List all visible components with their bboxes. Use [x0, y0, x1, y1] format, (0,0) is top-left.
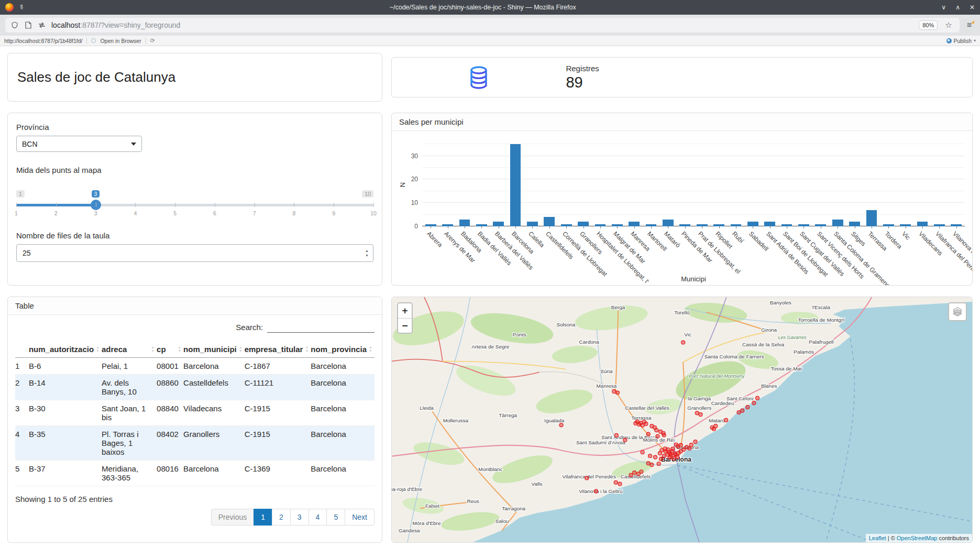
sale-marker[interactable] — [659, 457, 663, 461]
sale-marker[interactable] — [646, 432, 650, 436]
sort-icon[interactable]: ▲▼ — [151, 346, 155, 353]
sale-marker[interactable] — [654, 455, 657, 459]
osm-link[interactable]: OpenStreetMap — [897, 535, 938, 541]
sale-marker[interactable] — [662, 454, 666, 458]
menu-icon[interactable]: ≡ — [964, 20, 975, 30]
column-header-empresa_titular[interactable]: empresa_titular▲▼ — [245, 341, 311, 358]
rows-count-input[interactable] — [16, 244, 373, 262]
map-canvas[interactable]: BergaBanyolesTorellól'EscalaTorroella de… — [392, 297, 972, 542]
page-button-next[interactable]: Next — [345, 509, 375, 526]
sale-marker[interactable] — [646, 462, 650, 465]
sale-marker[interactable] — [688, 446, 691, 450]
sale-marker[interactable] — [689, 443, 693, 447]
address-bar[interactable]: localhost:8787/?view=shiny_foreground 80… — [5, 18, 960, 32]
page-button-4[interactable]: 4 — [309, 509, 327, 526]
sale-marker[interactable] — [614, 433, 618, 437]
sale-marker[interactable] — [657, 462, 660, 466]
maximize-button[interactable]: ∧ — [955, 4, 960, 11]
table-row[interactable]: 5B-37Meridiana, 363-36508016BarcelonaC-1… — [15, 461, 375, 486]
open-in-browser-button[interactable]: Open in Browser — [100, 38, 141, 44]
publish-button[interactable]: Publish — [954, 38, 972, 44]
table-row[interactable]: 2B-14Av. dels Banys, 1008860Castelldefel… — [15, 375, 375, 400]
refresh-icon[interactable]: ⟳ — [150, 37, 155, 44]
sale-marker[interactable] — [612, 390, 616, 393]
sale-marker[interactable] — [641, 451, 644, 454]
sale-marker[interactable] — [746, 406, 750, 409]
sale-marker[interactable] — [656, 434, 659, 438]
sale-marker[interactable] — [640, 470, 643, 474]
sort-icon[interactable]: ▲▼ — [178, 346, 181, 353]
sale-marker[interactable] — [699, 413, 702, 417]
leaflet-link[interactable]: Leaflet — [869, 535, 886, 541]
sale-marker[interactable] — [676, 455, 679, 459]
number-spinner-icon[interactable]: ▲▼ — [365, 249, 369, 257]
column-header-nom_municipi[interactable]: nom_municipi▲▼ — [183, 341, 245, 358]
sale-marker[interactable] — [662, 433, 666, 437]
sale-marker[interactable] — [693, 440, 697, 444]
permissions-icon[interactable] — [38, 21, 46, 29]
sale-marker[interactable] — [623, 438, 627, 442]
sale-marker[interactable] — [650, 463, 654, 467]
sale-marker[interactable] — [658, 452, 662, 455]
zoom-level-indicator[interactable]: 80% — [919, 20, 938, 30]
sale-marker[interactable] — [629, 473, 633, 477]
sale-marker[interactable] — [752, 401, 756, 405]
sale-marker[interactable] — [737, 410, 741, 414]
province-select[interactable]: BCN — [16, 136, 142, 152]
column-header-cp[interactable]: cp▲▼ — [157, 341, 183, 358]
shield-icon[interactable] — [10, 21, 19, 29]
page-button-previous[interactable]: Previous — [211, 509, 254, 526]
zoom-in-button[interactable]: + — [398, 303, 412, 318]
sale-marker[interactable] — [741, 409, 744, 412]
page-button-2[interactable]: 2 — [272, 509, 291, 526]
sort-icon[interactable]: ▲▼ — [369, 346, 372, 353]
sale-marker[interactable] — [641, 423, 644, 427]
bookmark-star-icon[interactable]: ☆ — [943, 20, 954, 30]
sale-marker[interactable] — [674, 443, 678, 446]
sale-marker[interactable] — [672, 456, 676, 460]
table-row[interactable]: 4B-35Pl. Torras i Bages, 1 baixos08402Gr… — [15, 426, 375, 461]
sale-marker[interactable] — [594, 489, 598, 493]
sale-marker[interactable] — [633, 471, 636, 475]
column-header-nom_provincia[interactable]: nom_provincia▲▼ — [311, 341, 375, 358]
sale-marker[interactable] — [634, 422, 637, 425]
sale-marker[interactable] — [559, 423, 563, 427]
column-header-adreca[interactable]: adreca▲▼ — [102, 341, 157, 358]
column-header-num_autoritzacio[interactable]: num_autoritzacio▲▼ — [29, 341, 102, 358]
sale-marker[interactable] — [616, 391, 620, 395]
sale-marker[interactable] — [724, 418, 728, 422]
sale-marker[interactable] — [756, 396, 759, 400]
sale-marker[interactable] — [671, 447, 675, 451]
sale-marker[interactable] — [655, 429, 658, 432]
sale-marker[interactable] — [614, 480, 618, 484]
sale-marker[interactable] — [681, 341, 685, 344]
page-button-5[interactable]: 5 — [326, 509, 345, 526]
sale-marker[interactable] — [637, 422, 641, 426]
page-button-3[interactable]: 3 — [290, 509, 309, 526]
table-row[interactable]: 1B-6Pelai, 108001BarcelonaC-1867Barcelon… — [15, 358, 375, 375]
publish-caret-icon[interactable]: ▾ — [974, 38, 976, 43]
sale-marker[interactable] — [695, 411, 699, 415]
point-size-slider[interactable]: 1 10 3 12345678910 — [16, 190, 373, 222]
url-text[interactable]: localhost:8787/?view=shiny_foreground — [51, 21, 180, 29]
sale-marker[interactable] — [585, 476, 589, 480]
sort-icon[interactable]: ▲▼ — [239, 346, 243, 353]
sale-marker[interactable] — [679, 443, 682, 447]
sale-marker[interactable] — [668, 452, 672, 456]
sale-marker[interactable] — [666, 448, 670, 452]
sale-marker[interactable] — [668, 456, 671, 460]
sort-icon[interactable]: ▲▼ — [305, 346, 309, 353]
search-input[interactable] — [267, 321, 375, 333]
zoom-out-button[interactable]: − — [398, 318, 412, 333]
minimize-button[interactable]: ∨ — [941, 4, 946, 11]
sale-marker[interactable] — [618, 482, 622, 486]
table-row[interactable]: 3B-30Sant Joan, 1 bis08840ViladecansC-19… — [15, 400, 375, 426]
sale-marker[interactable] — [712, 427, 715, 431]
sale-marker[interactable] — [644, 422, 648, 425]
close-button[interactable]: ✕ — [970, 4, 975, 11]
map-layers-button[interactable] — [948, 302, 967, 321]
sort-icon[interactable]: ▲▼ — [96, 346, 100, 353]
leaflet-map[interactable]: BergaBanyolesTorellól'EscalaTorroella de… — [391, 297, 973, 543]
page-info-icon[interactable] — [24, 21, 32, 29]
page-button-1[interactable]: 1 — [254, 509, 272, 526]
